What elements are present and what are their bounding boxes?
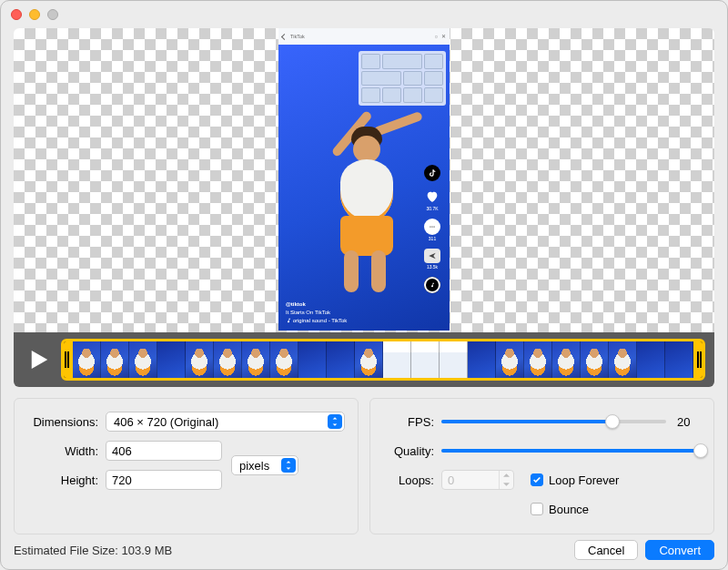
trim-handle-left[interactable] [64,341,73,378]
preview-tagline: It Starts On TikTok [286,309,347,317]
preview-window-close: ✕ [441,34,446,39]
quality-label: Quality: [383,444,441,458]
trim-handle-right[interactable] [693,341,703,378]
fps-slider[interactable] [441,420,666,423]
play-button[interactable] [19,341,56,378]
shares-count: 13.5k [427,264,438,270]
width-value: 406 [112,444,132,458]
convert-button[interactable]: Convert [645,540,714,560]
settings-panels: Dimensions: 406 × 720 (Original) Width: [14,398,714,534]
estimated-size-value: 103.9 MB [122,544,173,557]
minimize-window-button[interactable] [29,9,40,20]
height-input[interactable]: 720 [106,470,222,490]
cancel-button[interactable]: Cancel [574,540,638,560]
preview-handle: @tiktok [286,300,347,309]
fps-slider-fill [441,420,612,423]
content-area: TikTok ○ ✕ [14,28,714,534]
fps-slider-thumb[interactable] [605,414,620,429]
height-value: 720 [112,473,132,487]
footer-bar: Estimated File Size: 103.9 MB Cancel Con… [14,540,714,560]
loops-value: 0 [442,471,499,489]
dimensions-select[interactable]: 406 × 720 (Original) [106,412,345,432]
dimensions-panel: Dimensions: 406 × 720 (Original) Width: [14,398,359,534]
svg-point-1 [431,226,432,227]
timeline-bar [14,332,714,387]
window-traffic-lights [11,9,58,20]
preview-action-bar: 30.7K 311 13.5k [420,165,444,293]
likes-count: 30.7K [426,206,438,211]
quality-slider-thumb[interactable] [693,443,708,458]
comments-count: 311 [429,236,436,241]
preview-caption: @tiktok It Starts On TikTok original sou… [286,300,347,325]
preview-browser-chrome: TikTok ○ ✕ [278,28,450,45]
unit-select[interactable]: pixels [231,455,298,475]
close-window-button[interactable] [11,9,22,20]
loops-label: Loops: [383,473,441,487]
preview-sound-line: original sound - TikTok [286,317,347,325]
dimensions-select-value: 406 × 720 (Original) [114,415,218,429]
bounce-label: Bounce [549,503,589,516]
sound-disc-icon [424,277,440,293]
comment-icon [424,219,440,235]
loops-stepper: 0 [441,470,514,490]
svg-point-0 [430,226,430,227]
like-icon [424,188,440,205]
width-label: Width: [27,444,106,458]
preview-window-search: ○ [435,34,438,39]
quality-slider[interactable] [441,449,701,453]
tiktok-logo-icon [424,165,440,181]
preview-person-illustration [288,72,415,300]
width-input[interactable]: 406 [106,441,222,461]
export-sheet-window: TikTok ○ ✕ [0,0,728,570]
loop-forever-label: Loop Forever [549,473,619,487]
svg-point-2 [434,226,435,227]
quality-slider-fill [441,449,701,453]
preview-frame: TikTok ○ ✕ [278,28,450,331]
stepper-arrows-icon [499,471,513,489]
estimated-size-label: Estimated File Size: 103.9 MB [14,544,567,557]
fps-label: FPS: [383,415,441,429]
trim-range[interactable] [61,339,705,381]
height-label: Height: [27,473,106,487]
encode-panel: FPS: 20 Quality: [369,398,714,534]
video-preview-canvas: TikTok ○ ✕ [14,28,714,387]
checkbox-unchecked-icon [531,503,543,515]
zoom-window-button [47,9,58,20]
checkbox-checked-icon [531,473,543,486]
unit-value: pixels [239,459,269,473]
loop-forever-checkbox[interactable]: Loop Forever [531,473,619,487]
bounce-checkbox[interactable]: Bounce [531,503,589,516]
preview-browser-title: TikTok [290,34,305,39]
select-chevrons-icon [328,414,342,429]
timeline-thumbnails[interactable] [73,341,693,378]
share-icon [424,249,440,263]
fps-value: 20 [677,415,701,429]
select-chevrons-icon [281,458,296,473]
back-icon [281,33,288,39]
dimensions-label: Dimensions: [27,415,106,429]
